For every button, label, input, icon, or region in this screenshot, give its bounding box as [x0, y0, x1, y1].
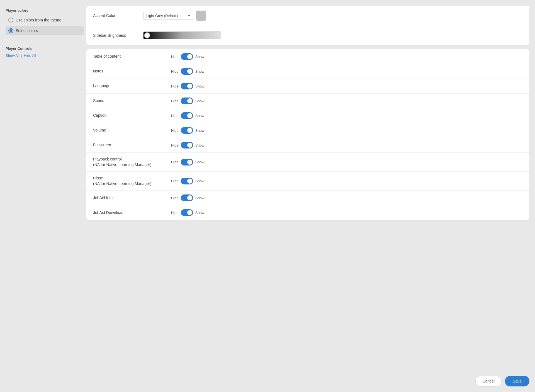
- hide-label: Hide: [171, 196, 179, 200]
- toggle-track: [181, 142, 193, 148]
- player-controls-label: Player Controls: [6, 47, 84, 51]
- toggle-track: [181, 209, 193, 216]
- hide-label: Hide: [171, 84, 179, 88]
- colors-card: Accent Color Light Grey (Default) Sideba…: [86, 6, 529, 45]
- toggle-group: HideShow: [171, 68, 204, 75]
- show-label: Show: [195, 211, 205, 215]
- control-name: Caption: [93, 113, 160, 118]
- toggle-switch[interactable]: [181, 68, 193, 75]
- toggle-track: [181, 194, 193, 201]
- toggle-switch[interactable]: [181, 53, 193, 60]
- footer: Cancel Save: [6, 370, 529, 386]
- toggle-group: HideShow: [171, 98, 204, 104]
- toggle-thumb: [187, 179, 192, 184]
- toggle-group: HideShow: [171, 142, 204, 148]
- radio-theme[interactable]: Use colors from the theme: [6, 15, 84, 25]
- hide-label: Hide: [171, 69, 179, 74]
- control-row: NotesHideShow: [86, 64, 529, 79]
- control-row: Playback control (NA for Native Learning…: [86, 153, 529, 172]
- control-row: SpeedHideShow: [86, 94, 529, 108]
- controls-links: Show All | Hide All: [6, 53, 84, 58]
- hide-label: Hide: [171, 160, 179, 164]
- hide-label: Hide: [171, 211, 179, 215]
- toggle-switch[interactable]: [181, 83, 193, 89]
- control-name: Fullscreen: [93, 142, 160, 148]
- toggle-thumb: [187, 143, 192, 148]
- toggle-track: [181, 83, 193, 89]
- toggle-switch[interactable]: [181, 209, 193, 216]
- hide-label: Hide: [171, 55, 179, 59]
- toggle-switch[interactable]: [181, 194, 193, 201]
- control-row: VolumeHideShow: [86, 123, 529, 138]
- show-label: Show: [195, 143, 205, 147]
- hide-label: Hide: [171, 128, 179, 133]
- show-label: Show: [195, 160, 205, 164]
- accent-color-swatch[interactable]: [196, 11, 206, 21]
- toggle-group: HideShow: [171, 112, 204, 119]
- brightness-label: Sidebar Brightness: [93, 33, 138, 38]
- toggle-thumb: [187, 54, 192, 59]
- show-label: Show: [195, 196, 205, 200]
- control-row: CaptionHideShow: [86, 108, 529, 123]
- control-name: JobAid Download: [93, 210, 160, 216]
- radio-select-label: Select colors: [16, 28, 38, 33]
- accent-color-value: Light Grey (Default): [146, 14, 178, 18]
- toggle-switch[interactable]: [181, 142, 193, 148]
- toggle-switch[interactable]: [181, 127, 193, 134]
- toggle-track: [181, 127, 193, 134]
- hide-all-link[interactable]: Hide All: [24, 53, 36, 58]
- chevron-down-icon: [188, 15, 190, 16]
- save-button[interactable]: Save: [505, 376, 529, 386]
- left-panel: Player colors Use colors from the theme …: [6, 6, 86, 370]
- control-name: Playback control (NA for Native Learning…: [93, 157, 160, 167]
- toggle-thumb: [187, 98, 192, 103]
- accent-color-dropdown[interactable]: Light Grey (Default): [143, 12, 193, 20]
- player-colors-label: Player colors: [6, 8, 84, 13]
- cancel-button[interactable]: Cancel: [475, 376, 502, 386]
- toggle-switch[interactable]: [181, 98, 193, 104]
- toggle-thumb: [187, 160, 192, 165]
- toggle-thumb: [187, 84, 192, 89]
- show-label: Show: [195, 99, 205, 103]
- show-label: Show: [195, 69, 205, 74]
- toggle-track: [181, 53, 193, 60]
- toggle-thumb: [187, 113, 192, 118]
- toggle-thumb: [187, 128, 192, 133]
- show-label: Show: [195, 114, 205, 118]
- hide-label: Hide: [171, 143, 179, 147]
- brightness-slider-container: [143, 30, 221, 40]
- right-panel: Accent Color Light Grey (Default) Sideba…: [86, 6, 529, 370]
- toggle-switch[interactable]: [181, 178, 193, 184]
- radio-theme-label: Use colors from the theme: [16, 18, 61, 22]
- hide-label: Hide: [171, 114, 179, 118]
- accent-select-wrapper: Light Grey (Default): [143, 11, 206, 21]
- control-name: Notes: [93, 69, 160, 74]
- toggle-group: HideShow: [171, 53, 204, 60]
- toggle-group: HideShow: [171, 194, 204, 201]
- toggle-thumb: [187, 210, 192, 215]
- control-row: JobAid InfoHideShow: [86, 191, 529, 205]
- toggle-switch[interactable]: [181, 112, 193, 119]
- control-row: FullscreenHideShow: [86, 138, 529, 153]
- player-controls-card: Table of contentHideShowNotesHideShowLan…: [86, 49, 529, 220]
- brightness-thumb[interactable]: [144, 32, 150, 38]
- controls-table: Table of contentHideShowNotesHideShowLan…: [86, 49, 529, 220]
- show-label: Show: [195, 128, 205, 133]
- control-row: Table of contentHideShow: [86, 49, 529, 64]
- hide-label: Hide: [171, 99, 179, 103]
- show-all-link[interactable]: Show All: [6, 53, 20, 58]
- toggle-group: HideShow: [171, 127, 204, 134]
- show-label: Show: [195, 84, 205, 88]
- control-name: Volume: [93, 128, 160, 133]
- toggle-switch[interactable]: [181, 159, 193, 165]
- toggle-thumb: [187, 195, 192, 200]
- toggle-track: [181, 159, 193, 165]
- control-row: LanguageHideShow: [86, 79, 529, 94]
- toggle-thumb: [187, 69, 192, 74]
- radio-select[interactable]: Select colors: [6, 26, 84, 35]
- toggle-group: HideShow: [171, 159, 204, 165]
- brightness-row: Sidebar Brightness: [86, 26, 529, 45]
- controls-separator: |: [21, 53, 22, 58]
- radio-select-circle: [8, 28, 13, 33]
- hide-label: Hide: [171, 179, 179, 183]
